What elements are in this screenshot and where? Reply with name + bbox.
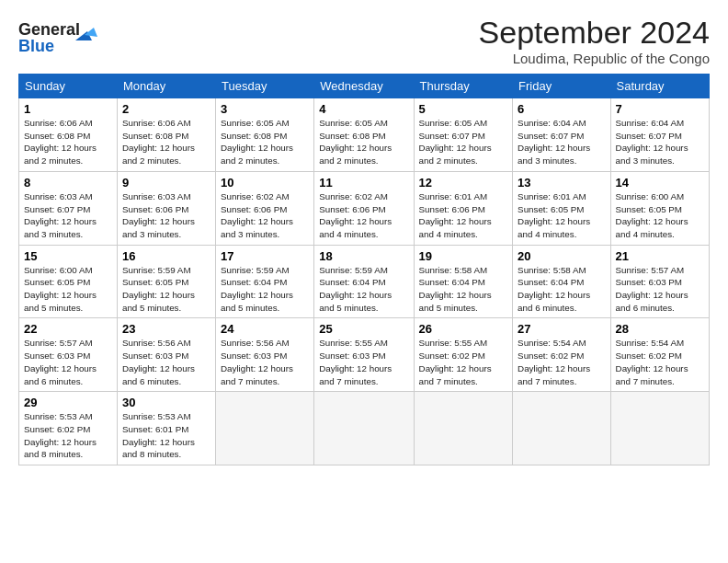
day-info: Sunrise: 6:02 AM Sunset: 6:06 PM Dayligh… xyxy=(319,190,408,241)
week-row-3: 15Sunrise: 6:00 AM Sunset: 6:05 PM Dayli… xyxy=(19,245,710,318)
day-number: 20 xyxy=(518,249,605,263)
day-info: Sunrise: 5:55 AM Sunset: 6:02 PM Dayligh… xyxy=(419,337,508,387)
calendar-cell: 28Sunrise: 5:54 AM Sunset: 6:02 PM Dayli… xyxy=(610,318,709,392)
header: General Blue September 2024 Loudima, Rep… xyxy=(18,15,710,66)
calendar-cell xyxy=(414,392,513,465)
day-number: 10 xyxy=(221,176,309,190)
day-number: 7 xyxy=(616,102,704,116)
day-info: Sunrise: 5:56 AM Sunset: 6:03 PM Dayligh… xyxy=(221,337,309,387)
week-row-5: 29Sunrise: 5:53 AM Sunset: 6:02 PM Dayli… xyxy=(19,392,710,465)
calendar-cell: 20Sunrise: 5:58 AM Sunset: 6:04 PM Dayli… xyxy=(513,245,610,318)
week-row-1: 1Sunrise: 6:06 AM Sunset: 6:08 PM Daylig… xyxy=(19,98,710,172)
calendar-table: Sunday Monday Tuesday Wednesday Thursday… xyxy=(18,74,710,465)
calendar-cell: 25Sunrise: 5:55 AM Sunset: 6:03 PM Dayli… xyxy=(314,318,414,392)
col-wednesday: Wednesday xyxy=(314,75,414,98)
day-number: 27 xyxy=(518,322,605,336)
day-info: Sunrise: 5:56 AM Sunset: 6:03 PM Dayligh… xyxy=(122,337,210,387)
day-number: 11 xyxy=(319,176,408,190)
week-row-4: 22Sunrise: 5:57 AM Sunset: 6:03 PM Dayli… xyxy=(19,318,710,392)
day-number: 2 xyxy=(122,102,210,116)
day-number: 18 xyxy=(319,249,408,263)
day-number: 26 xyxy=(419,322,508,336)
calendar-cell: 29Sunrise: 5:53 AM Sunset: 6:02 PM Dayli… xyxy=(19,392,118,465)
day-info: Sunrise: 6:05 AM Sunset: 6:08 PM Dayligh… xyxy=(221,117,309,167)
calendar-header-row: Sunday Monday Tuesday Wednesday Thursday… xyxy=(19,75,710,98)
calendar-cell xyxy=(513,392,610,465)
day-info: Sunrise: 6:04 AM Sunset: 6:07 PM Dayligh… xyxy=(518,117,605,167)
day-number: 4 xyxy=(319,102,408,116)
day-number: 28 xyxy=(616,322,704,336)
calendar-cell: 24Sunrise: 5:56 AM Sunset: 6:03 PM Dayli… xyxy=(216,318,314,392)
logo-svg: General Blue xyxy=(18,15,101,56)
day-number: 9 xyxy=(122,176,210,190)
day-number: 25 xyxy=(319,322,408,336)
svg-text:Blue: Blue xyxy=(18,37,54,55)
calendar-cell: 7Sunrise: 6:04 AM Sunset: 6:07 PM Daylig… xyxy=(610,98,709,172)
day-info: Sunrise: 6:03 AM Sunset: 6:07 PM Dayligh… xyxy=(24,190,112,241)
day-number: 17 xyxy=(221,249,309,263)
day-number: 21 xyxy=(616,249,704,263)
calendar-cell: 10Sunrise: 6:02 AM Sunset: 6:06 PM Dayli… xyxy=(216,171,314,245)
day-number: 22 xyxy=(24,322,112,336)
day-info: Sunrise: 6:01 AM Sunset: 6:05 PM Dayligh… xyxy=(518,190,605,241)
calendar-cell: 15Sunrise: 6:00 AM Sunset: 6:05 PM Dayli… xyxy=(19,245,118,318)
day-info: Sunrise: 6:01 AM Sunset: 6:06 PM Dayligh… xyxy=(419,190,508,241)
calendar-cell: 1Sunrise: 6:06 AM Sunset: 6:08 PM Daylig… xyxy=(19,98,118,172)
day-number: 23 xyxy=(122,322,210,336)
col-friday: Friday xyxy=(513,75,610,98)
calendar-cell xyxy=(610,392,709,465)
calendar-cell xyxy=(314,392,414,465)
calendar-cell xyxy=(216,392,314,465)
month-title: September 2024 xyxy=(479,15,710,51)
day-info: Sunrise: 6:04 AM Sunset: 6:07 PM Dayligh… xyxy=(616,117,704,167)
col-thursday: Thursday xyxy=(414,75,513,98)
day-info: Sunrise: 5:59 AM Sunset: 6:05 PM Dayligh… xyxy=(122,264,210,315)
day-info: Sunrise: 5:57 AM Sunset: 6:03 PM Dayligh… xyxy=(24,337,112,387)
calendar-cell: 27Sunrise: 5:54 AM Sunset: 6:02 PM Dayli… xyxy=(513,318,610,392)
location-title: Loudima, Republic of the Congo xyxy=(479,51,710,66)
day-info: Sunrise: 6:05 AM Sunset: 6:08 PM Dayligh… xyxy=(319,117,408,167)
day-number: 24 xyxy=(221,322,309,336)
calendar-cell: 19Sunrise: 5:58 AM Sunset: 6:04 PM Dayli… xyxy=(414,245,513,318)
day-number: 15 xyxy=(24,249,112,263)
day-number: 5 xyxy=(419,102,508,116)
day-number: 30 xyxy=(122,396,210,409)
calendar-cell: 12Sunrise: 6:01 AM Sunset: 6:06 PM Dayli… xyxy=(414,171,513,245)
calendar-cell: 30Sunrise: 5:53 AM Sunset: 6:01 PM Dayli… xyxy=(117,392,215,465)
calendar-cell: 22Sunrise: 5:57 AM Sunset: 6:03 PM Dayli… xyxy=(19,318,118,392)
day-info: Sunrise: 6:02 AM Sunset: 6:06 PM Dayligh… xyxy=(221,190,309,241)
calendar-cell: 5Sunrise: 6:05 AM Sunset: 6:07 PM Daylig… xyxy=(414,98,513,172)
calendar-cell: 8Sunrise: 6:03 AM Sunset: 6:07 PM Daylig… xyxy=(19,171,118,245)
day-info: Sunrise: 5:55 AM Sunset: 6:03 PM Dayligh… xyxy=(319,337,408,387)
day-info: Sunrise: 5:59 AM Sunset: 6:04 PM Dayligh… xyxy=(319,264,408,315)
day-number: 12 xyxy=(419,176,508,190)
calendar-cell: 3Sunrise: 6:05 AM Sunset: 6:08 PM Daylig… xyxy=(216,98,314,172)
col-monday: Monday xyxy=(117,75,215,98)
logo: General Blue xyxy=(18,15,101,56)
calendar-cell: 4Sunrise: 6:05 AM Sunset: 6:08 PM Daylig… xyxy=(314,98,414,172)
day-info: Sunrise: 6:00 AM Sunset: 6:05 PM Dayligh… xyxy=(616,190,704,241)
title-block: September 2024 Loudima, Republic of the … xyxy=(479,15,710,66)
calendar-cell: 23Sunrise: 5:56 AM Sunset: 6:03 PM Dayli… xyxy=(117,318,215,392)
col-saturday: Saturday xyxy=(610,75,709,98)
calendar-cell: 14Sunrise: 6:00 AM Sunset: 6:05 PM Dayli… xyxy=(610,171,709,245)
calendar-cell: 17Sunrise: 5:59 AM Sunset: 6:04 PM Dayli… xyxy=(216,245,314,318)
page: General Blue September 2024 Loudima, Rep… xyxy=(0,0,728,563)
calendar-cell: 16Sunrise: 5:59 AM Sunset: 6:05 PM Dayli… xyxy=(117,245,215,318)
day-number: 13 xyxy=(518,176,605,190)
day-info: Sunrise: 6:05 AM Sunset: 6:07 PM Dayligh… xyxy=(419,117,508,167)
calendar-cell: 6Sunrise: 6:04 AM Sunset: 6:07 PM Daylig… xyxy=(513,98,610,172)
col-sunday: Sunday xyxy=(19,75,118,98)
day-info: Sunrise: 5:53 AM Sunset: 6:01 PM Dayligh… xyxy=(122,410,210,461)
day-info: Sunrise: 6:00 AM Sunset: 6:05 PM Dayligh… xyxy=(24,264,112,315)
day-info: Sunrise: 6:06 AM Sunset: 6:08 PM Dayligh… xyxy=(122,117,210,167)
calendar-cell: 21Sunrise: 5:57 AM Sunset: 6:03 PM Dayli… xyxy=(610,245,709,318)
day-number: 8 xyxy=(24,176,112,190)
day-info: Sunrise: 5:53 AM Sunset: 6:02 PM Dayligh… xyxy=(24,410,112,461)
day-info: Sunrise: 5:59 AM Sunset: 6:04 PM Dayligh… xyxy=(221,264,309,315)
day-info: Sunrise: 5:54 AM Sunset: 6:02 PM Dayligh… xyxy=(518,337,605,387)
day-number: 1 xyxy=(24,102,112,116)
day-info: Sunrise: 5:58 AM Sunset: 6:04 PM Dayligh… xyxy=(419,264,508,315)
svg-text:General: General xyxy=(18,20,80,39)
day-number: 14 xyxy=(616,176,704,190)
